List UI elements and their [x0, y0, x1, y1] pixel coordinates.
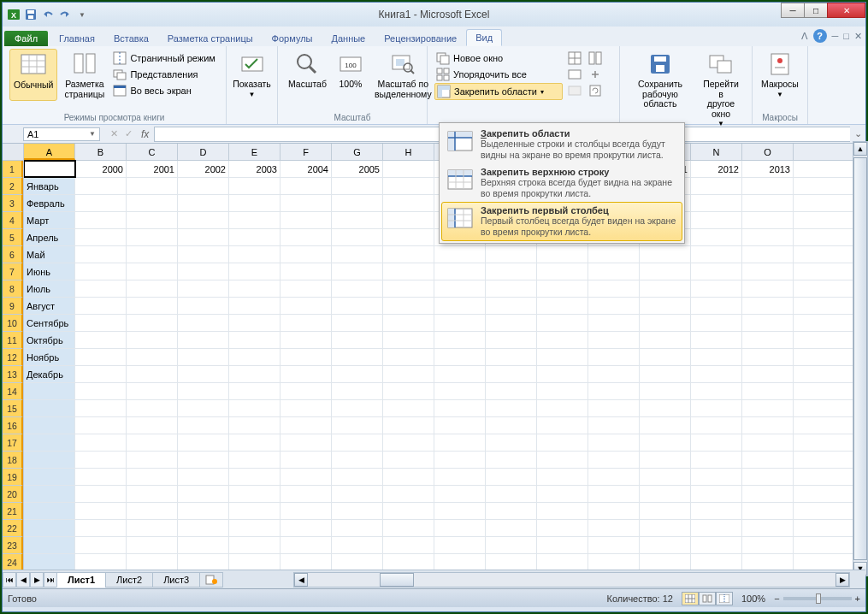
- cell[interactable]: [229, 280, 280, 297]
- save-workspace-button[interactable]: Сохранить рабочую область: [627, 49, 694, 130]
- cell[interactable]: [178, 537, 229, 553]
- cell[interactable]: [640, 503, 691, 519]
- cell[interactable]: [742, 280, 794, 297]
- cell[interactable]: [127, 332, 178, 348]
- cell[interactable]: [24, 452, 75, 468]
- cell[interactable]: [178, 554, 229, 570]
- cell[interactable]: [75, 212, 127, 228]
- cell[interactable]: [691, 503, 742, 519]
- cell[interactable]: [588, 315, 640, 331]
- status-view-pagebreak-button[interactable]: [716, 592, 733, 605]
- cell[interactable]: [640, 400, 691, 416]
- cell[interactable]: [434, 400, 486, 416]
- cell[interactable]: [75, 400, 127, 416]
- cell[interactable]: [332, 400, 383, 416]
- scroll-left-icon[interactable]: ◀: [294, 573, 308, 587]
- freeze-top-row-option[interactable]: Закрепить верхнюю строку Верхняя строка …: [441, 163, 682, 202]
- cell[interactable]: [691, 452, 742, 468]
- cell[interactable]: [229, 298, 280, 314]
- show-button[interactable]: Показать ▼: [233, 49, 270, 100]
- cell[interactable]: 2004: [280, 161, 332, 177]
- cell[interactable]: [178, 417, 229, 434]
- cell[interactable]: [75, 383, 127, 399]
- cell[interactable]: [588, 434, 640, 451]
- cell[interactable]: [640, 349, 691, 365]
- column-header[interactable]: B: [75, 144, 127, 160]
- column-header[interactable]: F: [280, 144, 332, 160]
- cell[interactable]: Февраль: [24, 195, 75, 211]
- cell[interactable]: [588, 383, 640, 399]
- cell[interactable]: [280, 486, 332, 502]
- cell[interactable]: [75, 417, 127, 434]
- cell[interactable]: [127, 520, 178, 536]
- cell[interactable]: [434, 503, 486, 519]
- cell[interactable]: [640, 263, 691, 280]
- cell[interactable]: [127, 486, 178, 502]
- view-custom-button[interactable]: Представления: [111, 67, 217, 82]
- maximize-button[interactable]: □: [804, 3, 828, 18]
- cell[interactable]: [383, 263, 434, 280]
- new-window-button[interactable]: Новое окно: [434, 50, 563, 66]
- cell[interactable]: [229, 486, 280, 502]
- cell[interactable]: [537, 315, 588, 331]
- cell[interactable]: [383, 195, 434, 211]
- cell[interactable]: [229, 332, 280, 348]
- cell[interactable]: [588, 469, 640, 485]
- cell[interactable]: [24, 486, 75, 502]
- cell[interactable]: [332, 349, 383, 365]
- cell[interactable]: [229, 212, 280, 228]
- cell[interactable]: [434, 486, 486, 502]
- sheet-nav-next-icon[interactable]: ▶: [30, 572, 44, 587]
- cell[interactable]: [691, 178, 742, 194]
- cell[interactable]: [537, 366, 588, 382]
- cell[interactable]: [691, 400, 742, 416]
- cell[interactable]: [691, 554, 742, 570]
- cell[interactable]: [75, 263, 127, 280]
- cell[interactable]: [486, 298, 537, 314]
- cell[interactable]: [178, 400, 229, 416]
- cell[interactable]: [229, 469, 280, 485]
- cell[interactable]: [691, 417, 742, 434]
- cell[interactable]: [383, 486, 434, 502]
- cell[interactable]: [383, 332, 434, 348]
- inner-close-icon[interactable]: ✕: [854, 31, 862, 42]
- cell[interactable]: [537, 383, 588, 399]
- cell[interactable]: [127, 503, 178, 519]
- cell[interactable]: [280, 503, 332, 519]
- row-header[interactable]: 19: [3, 469, 23, 486]
- cell[interactable]: [588, 246, 640, 263]
- cell[interactable]: [383, 212, 434, 228]
- cell[interactable]: [588, 417, 640, 434]
- cell[interactable]: [127, 212, 178, 228]
- cell[interactable]: [127, 400, 178, 416]
- cell[interactable]: [127, 315, 178, 331]
- cell[interactable]: [486, 280, 537, 297]
- cell[interactable]: [742, 178, 794, 194]
- cell[interactable]: [742, 349, 794, 365]
- cell[interactable]: [332, 280, 383, 297]
- cell[interactable]: [178, 195, 229, 211]
- cell[interactable]: [332, 366, 383, 382]
- cell[interactable]: [127, 366, 178, 382]
- cell[interactable]: [280, 263, 332, 280]
- cell[interactable]: 2001: [127, 161, 178, 177]
- cell[interactable]: [127, 537, 178, 553]
- undo-icon[interactable]: [40, 7, 56, 22]
- cell[interactable]: [742, 195, 794, 211]
- cell[interactable]: [537, 298, 588, 314]
- cell[interactable]: [691, 434, 742, 451]
- zoom-100-button[interactable]: 100 100%: [334, 49, 368, 101]
- cell[interactable]: [280, 280, 332, 297]
- cell[interactable]: [127, 349, 178, 365]
- cell[interactable]: [640, 298, 691, 314]
- cell[interactable]: [280, 537, 332, 553]
- cell[interactable]: Май: [24, 246, 75, 263]
- cell[interactable]: [75, 537, 127, 553]
- zoom-selection-button[interactable]: Масштаб по выделенному: [371, 49, 435, 101]
- sync-scroll2-button[interactable]: [587, 67, 604, 82]
- cell[interactable]: [434, 315, 486, 331]
- cell[interactable]: [229, 315, 280, 331]
- cell[interactable]: [383, 537, 434, 553]
- close-button[interactable]: ✕: [827, 3, 865, 18]
- cell[interactable]: [178, 520, 229, 536]
